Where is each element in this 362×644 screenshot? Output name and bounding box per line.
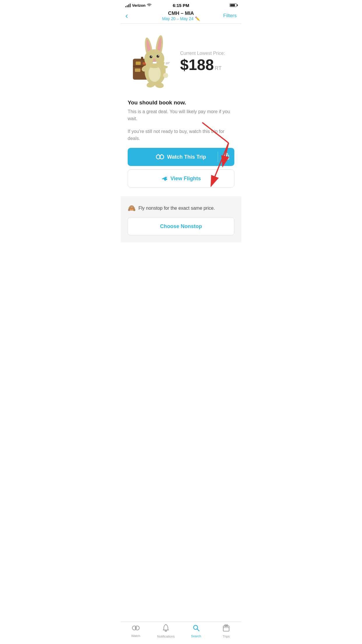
nonstop-header: 🙈 Fly nonstop for the exact same price. (128, 204, 234, 212)
svg-rect-6 (135, 69, 140, 72)
date-range: May 20 – May 24 ✏️ (162, 16, 200, 21)
monkey-emoji: 🙈 (128, 204, 136, 212)
price-value: $188 (180, 57, 214, 72)
status-time: 6:15 PM (173, 3, 189, 8)
watch-prompt-text: If you're still not ready to buy, watch … (128, 128, 234, 142)
filters-button[interactable]: Filters (223, 13, 237, 19)
svg-point-17 (158, 55, 159, 56)
signal-bars (125, 3, 131, 7)
signal-bar-2 (127, 5, 128, 7)
book-section: You should book now. This is a great dea… (121, 97, 241, 193)
plane-icon (161, 176, 168, 181)
price-label: Current Lowest Price: (180, 51, 234, 56)
svg-point-14 (150, 55, 152, 58)
signal-bar-3 (128, 4, 129, 7)
svg-rect-31 (159, 156, 161, 158)
svg-point-18 (153, 59, 156, 61)
signal-bar-4 (130, 4, 131, 7)
date-text: May 20 – May 24 (162, 16, 193, 21)
book-description: This is a great deal. You will likely pa… (128, 108, 234, 122)
svg-rect-3 (141, 57, 143, 60)
watch-trip-button[interactable]: Watch This Trip (128, 148, 234, 166)
edit-icon[interactable]: ✏️ (195, 16, 200, 21)
price-section: Current Lowest Price: $188 RT (121, 24, 241, 97)
view-flights-text: View Flights (171, 176, 201, 182)
nav-center: CMH – MIA May 20 – May 24 ✏️ (162, 10, 200, 21)
wifi-icon (147, 3, 152, 8)
share-icon[interactable] (223, 153, 230, 161)
svg-rect-19 (153, 62, 155, 64)
nonstop-text: Fly nonstop for the exact same price. (138, 206, 215, 211)
svg-point-16 (151, 56, 152, 57)
price-unit: RT (215, 65, 222, 71)
binoculars-icon (156, 154, 164, 160)
watch-trip-label: Watch This Trip (128, 154, 234, 160)
choose-nonstop-button[interactable]: Choose Nonstop (128, 217, 234, 235)
book-title: You should book now. (128, 99, 234, 106)
tab-bar-spacer (121, 242, 241, 269)
carrier-info: Verizon (125, 3, 152, 8)
share-divider (218, 152, 218, 162)
battery-icon (230, 4, 237, 7)
battery-fill (230, 4, 235, 6)
choose-nonstop-label: Choose Nonstop (160, 223, 202, 230)
status-bar: Verizon 6:15 PM (121, 0, 241, 9)
svg-rect-4 (136, 62, 141, 65)
svg-point-28 (163, 73, 168, 78)
route-title: CMH – MIA (162, 10, 200, 16)
battery-container (230, 4, 237, 7)
price-amount: $188 RT (180, 57, 234, 72)
bunny-mascot (128, 32, 174, 91)
carrier-name: Verizon (132, 3, 145, 8)
svg-point-15 (157, 55, 159, 58)
watch-trip-text: Watch This Trip (167, 154, 206, 160)
view-flights-button[interactable]: View Flights (128, 169, 234, 188)
back-button[interactable]: ‹ (125, 12, 128, 20)
nav-bar: ‹ CMH – MIA May 20 – May 24 ✏️ Filters (121, 9, 241, 24)
svg-rect-20 (154, 62, 157, 64)
signal-bar-1 (125, 6, 126, 7)
main-content: Current Lowest Price: $188 RT You should… (121, 24, 241, 269)
price-info: Current Lowest Price: $188 RT (180, 51, 234, 72)
nonstop-section: 🙈 Fly nonstop for the exact same price. … (121, 196, 241, 242)
